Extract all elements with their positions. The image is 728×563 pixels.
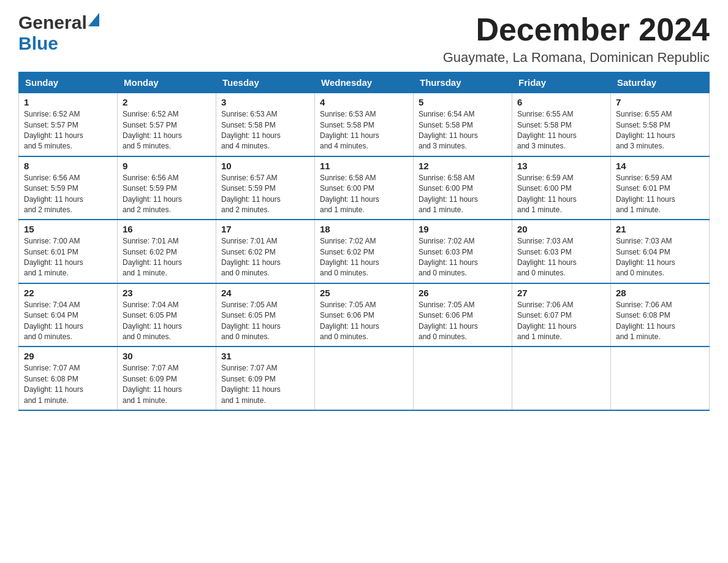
day-info: Sunrise: 6:55 AM Sunset: 5:58 PM Dayligh… (616, 109, 704, 152)
col-header-sunday: Sunday (19, 72, 118, 93)
day-cell: 5 Sunrise: 6:54 AM Sunset: 5:58 PM Dayli… (414, 93, 512, 156)
day-cell: 29 Sunrise: 7:07 AM Sunset: 6:08 PM Dayl… (19, 347, 118, 410)
day-number: 27 (517, 288, 605, 298)
day-cell: 16 Sunrise: 7:01 AM Sunset: 6:02 PM Dayl… (118, 220, 216, 283)
week-row-3: 15 Sunrise: 7:00 AM Sunset: 6:01 PM Dayl… (19, 220, 710, 283)
title-area: December 2024 Guaymate, La Romana, Domin… (443, 12, 710, 66)
day-cell: 2 Sunrise: 6:52 AM Sunset: 5:57 PM Dayli… (118, 93, 216, 156)
day-number: 19 (419, 224, 507, 234)
day-cell: 25 Sunrise: 7:05 AM Sunset: 6:06 PM Dayl… (315, 283, 414, 347)
day-info: Sunrise: 7:03 AM Sunset: 6:04 PM Dayligh… (616, 236, 704, 279)
day-info: Sunrise: 7:05 AM Sunset: 6:06 PM Dayligh… (320, 300, 408, 343)
logo-triangle-icon (88, 13, 99, 29)
day-cell: 3 Sunrise: 6:53 AM Sunset: 5:58 PM Dayli… (216, 93, 315, 156)
day-number: 11 (320, 161, 408, 171)
week-row-5: 29 Sunrise: 7:07 AM Sunset: 6:08 PM Dayl… (19, 347, 710, 410)
page-title: December 2024 (443, 12, 710, 47)
day-info: Sunrise: 7:05 AM Sunset: 6:06 PM Dayligh… (419, 300, 507, 343)
day-cell: 13 Sunrise: 6:59 AM Sunset: 6:00 PM Dayl… (512, 156, 611, 220)
day-number: 15 (24, 224, 112, 234)
day-info: Sunrise: 6:55 AM Sunset: 5:58 PM Dayligh… (517, 109, 605, 152)
day-info: Sunrise: 6:59 AM Sunset: 6:01 PM Dayligh… (616, 173, 704, 216)
day-number: 23 (123, 288, 211, 298)
day-cell (512, 347, 611, 410)
day-info: Sunrise: 7:07 AM Sunset: 6:09 PM Dayligh… (123, 363, 211, 406)
day-cell: 18 Sunrise: 7:02 AM Sunset: 6:02 PM Dayl… (315, 220, 414, 283)
day-cell: 1 Sunrise: 6:52 AM Sunset: 5:57 PM Dayli… (19, 93, 118, 156)
day-cell: 26 Sunrise: 7:05 AM Sunset: 6:06 PM Dayl… (414, 283, 512, 347)
day-info: Sunrise: 6:59 AM Sunset: 6:00 PM Dayligh… (517, 173, 605, 216)
subtitle: Guaymate, La Romana, Dominican Republic (443, 50, 710, 66)
week-row-2: 8 Sunrise: 6:56 AM Sunset: 5:59 PM Dayli… (19, 156, 710, 220)
col-header-thursday: Thursday (414, 72, 512, 93)
day-cell: 19 Sunrise: 7:02 AM Sunset: 6:03 PM Dayl… (414, 220, 512, 283)
header-row: SundayMondayTuesdayWednesdayThursdayFrid… (19, 72, 710, 93)
day-info: Sunrise: 7:01 AM Sunset: 6:02 PM Dayligh… (221, 236, 309, 279)
header: General Blue December 2024 Guaymate, La … (18, 12, 710, 66)
day-info: Sunrise: 7:06 AM Sunset: 6:07 PM Dayligh… (517, 300, 605, 343)
col-header-saturday: Saturday (611, 72, 710, 93)
day-info: Sunrise: 6:57 AM Sunset: 5:59 PM Dayligh… (221, 173, 309, 216)
day-cell: 4 Sunrise: 6:53 AM Sunset: 5:58 PM Dayli… (315, 93, 414, 156)
day-cell: 11 Sunrise: 6:58 AM Sunset: 6:00 PM Dayl… (315, 156, 414, 220)
logo-blue: Blue (18, 33, 58, 53)
day-number: 13 (517, 161, 605, 171)
day-cell: 7 Sunrise: 6:55 AM Sunset: 5:58 PM Dayli… (611, 93, 710, 156)
day-cell: 8 Sunrise: 6:56 AM Sunset: 5:59 PM Dayli… (19, 156, 118, 220)
day-cell (414, 347, 512, 410)
calendar-table: SundayMondayTuesdayWednesdayThursdayFrid… (18, 72, 710, 411)
week-row-1: 1 Sunrise: 6:52 AM Sunset: 5:57 PM Dayli… (19, 93, 710, 156)
day-number: 9 (123, 161, 211, 171)
day-info: Sunrise: 6:58 AM Sunset: 6:00 PM Dayligh… (419, 173, 507, 216)
day-number: 1 (24, 97, 112, 107)
day-info: Sunrise: 6:58 AM Sunset: 6:00 PM Dayligh… (320, 173, 408, 216)
day-number: 26 (419, 288, 507, 298)
day-number: 14 (616, 161, 704, 171)
day-cell: 14 Sunrise: 6:59 AM Sunset: 6:01 PM Dayl… (611, 156, 710, 220)
week-row-4: 22 Sunrise: 7:04 AM Sunset: 6:04 PM Dayl… (19, 283, 710, 347)
day-number: 30 (123, 351, 211, 361)
day-number: 25 (320, 288, 408, 298)
day-cell: 30 Sunrise: 7:07 AM Sunset: 6:09 PM Dayl… (118, 347, 216, 410)
day-cell: 9 Sunrise: 6:56 AM Sunset: 5:59 PM Dayli… (118, 156, 216, 220)
day-number: 8 (24, 161, 112, 171)
day-info: Sunrise: 7:02 AM Sunset: 6:02 PM Dayligh… (320, 236, 408, 279)
day-cell: 31 Sunrise: 7:07 AM Sunset: 6:09 PM Dayl… (216, 347, 315, 410)
day-info: Sunrise: 7:04 AM Sunset: 6:04 PM Dayligh… (24, 300, 112, 343)
day-number: 12 (419, 161, 507, 171)
calendar-body: 1 Sunrise: 6:52 AM Sunset: 5:57 PM Dayli… (19, 93, 710, 410)
col-header-tuesday: Tuesday (216, 72, 315, 93)
day-info: Sunrise: 7:01 AM Sunset: 6:02 PM Dayligh… (123, 236, 211, 279)
day-cell: 15 Sunrise: 7:00 AM Sunset: 6:01 PM Dayl… (19, 220, 118, 283)
day-info: Sunrise: 6:53 AM Sunset: 5:58 PM Dayligh… (221, 109, 309, 152)
day-number: 22 (24, 288, 112, 298)
day-number: 28 (616, 288, 704, 298)
day-number: 17 (221, 224, 309, 234)
day-cell: 6 Sunrise: 6:55 AM Sunset: 5:58 PM Dayli… (512, 93, 611, 156)
day-cell: 28 Sunrise: 7:06 AM Sunset: 6:08 PM Dayl… (611, 283, 710, 347)
day-number: 31 (221, 351, 309, 361)
day-info: Sunrise: 7:00 AM Sunset: 6:01 PM Dayligh… (24, 236, 112, 279)
day-number: 6 (517, 97, 605, 107)
day-info: Sunrise: 7:05 AM Sunset: 6:05 PM Dayligh… (221, 300, 309, 343)
day-number: 29 (24, 351, 112, 361)
calendar-header: SundayMondayTuesdayWednesdayThursdayFrid… (19, 72, 710, 93)
day-number: 18 (320, 224, 408, 234)
day-info: Sunrise: 6:53 AM Sunset: 5:58 PM Dayligh… (320, 109, 408, 152)
day-number: 3 (221, 97, 309, 107)
day-cell: 20 Sunrise: 7:03 AM Sunset: 6:03 PM Dayl… (512, 220, 611, 283)
day-info: Sunrise: 7:04 AM Sunset: 6:05 PM Dayligh… (123, 300, 211, 343)
day-number: 16 (123, 224, 211, 234)
day-info: Sunrise: 7:07 AM Sunset: 6:08 PM Dayligh… (24, 363, 112, 406)
day-number: 4 (320, 97, 408, 107)
day-info: Sunrise: 7:02 AM Sunset: 6:03 PM Dayligh… (419, 236, 507, 279)
day-cell: 23 Sunrise: 7:04 AM Sunset: 6:05 PM Dayl… (118, 283, 216, 347)
day-number: 5 (419, 97, 507, 107)
day-number: 24 (221, 288, 309, 298)
day-info: Sunrise: 7:03 AM Sunset: 6:03 PM Dayligh… (517, 236, 605, 279)
day-cell: 12 Sunrise: 6:58 AM Sunset: 6:00 PM Dayl… (414, 156, 512, 220)
day-number: 7 (616, 97, 704, 107)
day-cell: 24 Sunrise: 7:05 AM Sunset: 6:05 PM Dayl… (216, 283, 315, 347)
svg-marker-0 (88, 13, 99, 26)
day-number: 21 (616, 224, 704, 234)
